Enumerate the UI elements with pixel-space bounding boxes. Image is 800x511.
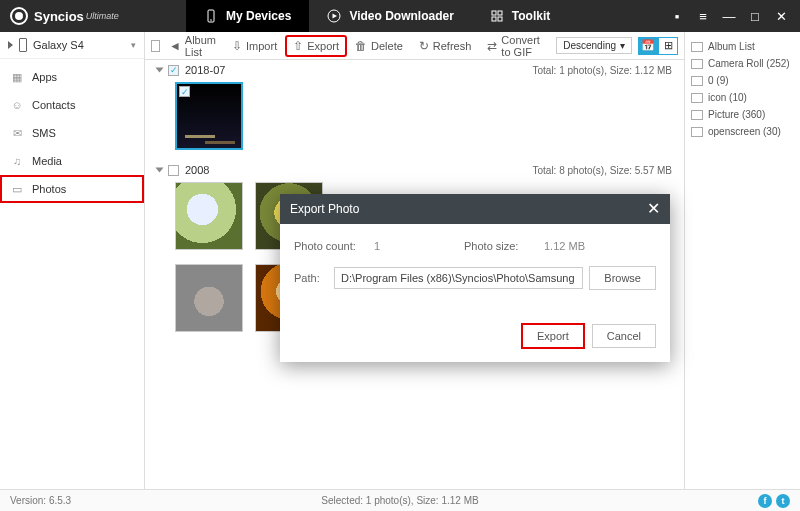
triangle-icon (8, 41, 13, 49)
photo-count-label: Photo count: (294, 240, 374, 252)
close-button[interactable]: ✕ (774, 9, 788, 24)
album-item[interactable]: Camera Roll (252) (689, 55, 796, 72)
photo-size-label: Photo size: (464, 240, 544, 252)
image-icon (691, 127, 703, 137)
play-icon (327, 9, 341, 23)
dialog-close-button[interactable]: ✕ (647, 201, 660, 217)
apps-icon: ▦ (10, 70, 24, 84)
svg-rect-5 (492, 17, 496, 21)
export-photo-dialog: Export Photo ✕ Photo count: 1 Photo size… (280, 194, 670, 362)
nav-toolkit[interactable]: Toolkit (472, 0, 568, 32)
svg-point-1 (210, 19, 212, 21)
nav-label: My Devices (226, 9, 291, 23)
cancel-button[interactable]: Cancel (592, 324, 656, 348)
photo-group-header[interactable]: ✓ 2018-07 Total: 1 photo(s), Size: 1.12 … (151, 60, 684, 78)
sidebar-item-label: Photos (32, 183, 66, 195)
chat-icon[interactable]: ▪ (670, 9, 684, 24)
export-icon: ⇧ (293, 39, 303, 53)
image-icon (691, 93, 703, 103)
sidebar-item-label: SMS (32, 127, 56, 139)
photo-thumb[interactable] (175, 182, 243, 250)
view-toggle: 📅 ⊞ (638, 37, 678, 55)
sidebar-item-sms[interactable]: ✉ SMS (0, 119, 144, 147)
sort-dropdown[interactable]: Descending▾ (556, 37, 632, 54)
grid-icon (490, 9, 504, 23)
sidebar-item-photos[interactable]: ▭ Photos (0, 175, 144, 203)
top-nav: My Devices Video Downloader Toolkit (186, 0, 568, 32)
nav-my-devices[interactable]: My Devices (186, 0, 309, 32)
sidebar-item-media[interactable]: ♫ Media (0, 147, 144, 175)
svg-rect-3 (492, 11, 496, 15)
twitter-icon[interactable]: t (776, 494, 790, 508)
sidebar-item-contacts[interactable]: ☺ Contacts (0, 91, 144, 119)
photo-thumb[interactable]: ✓ (175, 82, 243, 150)
facebook-icon[interactable]: f (758, 494, 772, 508)
import-button[interactable]: ⇩Import (225, 36, 284, 56)
photos-icon: ▭ (10, 182, 24, 196)
collapse-icon (156, 68, 164, 73)
titlebar: Syncios Ultimate My Devices Video Downlo… (0, 0, 800, 32)
view-grid-button[interactable]: ⊞ (658, 37, 678, 55)
trash-icon: 🗑 (355, 39, 367, 53)
select-all-checkbox[interactable] (151, 40, 160, 52)
syncios-logo-icon (10, 7, 28, 25)
group-checkbox[interactable]: ✓ (168, 65, 179, 76)
photo-group-header[interactable]: 2008 Total: 8 photo(s), Size: 5.57 MB (151, 160, 684, 178)
group-title: 2018-07 (185, 64, 225, 76)
media-icon: ♫ (10, 154, 24, 168)
phone-icon (19, 38, 27, 52)
image-icon (691, 110, 703, 120)
sidebar-item-label: Media (32, 155, 62, 167)
group-stats: Total: 8 photo(s), Size: 5.57 MB (532, 165, 678, 176)
version-label: Version: 6.5.3 (10, 495, 71, 506)
app-name: Syncios (34, 9, 84, 24)
camera-icon (691, 59, 703, 69)
sidebar-item-apps[interactable]: ▦ Apps (0, 63, 144, 91)
nav-label: Video Downloader (349, 9, 453, 23)
group-stats: Total: 1 photo(s), Size: 1.12 MB (532, 65, 678, 76)
export-confirm-button[interactable]: Export (522, 324, 584, 348)
delete-button[interactable]: 🗑Delete (348, 36, 410, 56)
group-checkbox[interactable] (168, 165, 179, 176)
sidebar-item-label: Apps (32, 71, 57, 83)
album-list-button[interactable]: ◄Album List (162, 31, 223, 61)
dialog-titlebar: Export Photo ✕ (280, 194, 670, 224)
phone-icon (204, 9, 218, 23)
album-sidebar: Album List Camera Roll (252) 0 (9) icon … (685, 32, 800, 489)
album-item[interactable]: openscreen (30) (689, 123, 796, 140)
photo-size-value: 1.12 MB (544, 240, 585, 252)
group-title: 2008 (185, 164, 209, 176)
photo-thumb[interactable] (175, 264, 243, 332)
maximize-button[interactable]: □ (748, 9, 762, 24)
nav-video-downloader[interactable]: Video Downloader (309, 0, 471, 32)
folder-icon (691, 42, 703, 52)
selection-status: Selected: 1 photo(s), Size: 1.12 MB (321, 495, 478, 506)
chevron-down-icon: ▾ (620, 40, 625, 51)
nav-label: Toolkit (512, 9, 550, 23)
minimize-button[interactable]: — (722, 9, 736, 24)
device-selector[interactable]: Galaxy S4 ▾ (0, 32, 144, 59)
svg-rect-6 (498, 17, 502, 21)
toolbar: ◄Album List ⇩Import ⇧Export 🗑Delete ↻Ref… (145, 32, 684, 60)
browse-button[interactable]: Browse (589, 266, 656, 290)
import-icon: ⇩ (232, 39, 242, 53)
convert-gif-button[interactable]: ⇄Convert to GIF (480, 31, 554, 61)
app-logo: Syncios Ultimate (0, 7, 186, 25)
sidebar-item-label: Contacts (32, 99, 75, 111)
back-arrow-icon: ◄ (169, 39, 181, 53)
album-list-header[interactable]: Album List (689, 38, 796, 55)
sms-icon: ✉ (10, 126, 24, 140)
thumb-checkbox[interactable]: ✓ (179, 86, 190, 97)
chevron-down-icon: ▾ (131, 40, 136, 50)
refresh-button[interactable]: ↻Refresh (412, 36, 479, 56)
album-item[interactable]: 0 (9) (689, 72, 796, 89)
path-input[interactable] (334, 267, 583, 289)
album-item[interactable]: Picture (360) (689, 106, 796, 123)
collapse-icon (156, 168, 164, 173)
album-item[interactable]: icon (10) (689, 89, 796, 106)
view-date-button[interactable]: 📅 (638, 37, 658, 55)
social-links: f t (758, 494, 790, 508)
menu-icon[interactable]: ≡ (696, 9, 710, 24)
window-controls: ▪ ≡ — □ ✕ (670, 9, 800, 24)
export-button[interactable]: ⇧Export (286, 36, 346, 56)
